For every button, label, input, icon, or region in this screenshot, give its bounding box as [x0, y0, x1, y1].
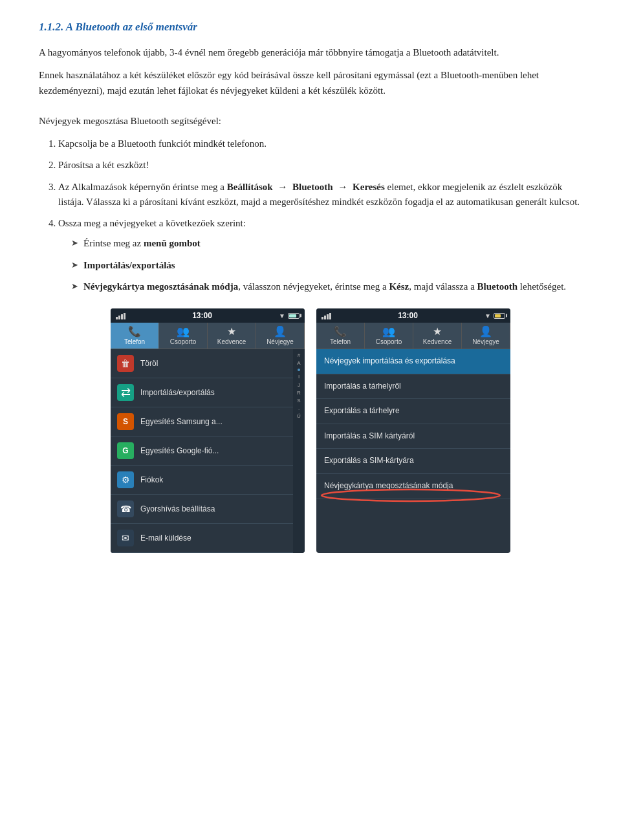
menu-item-email[interactable]: ✉ E-mail küldése	[111, 524, 293, 553]
right-menu-item-import-export[interactable]: Névjegyek importálása és exportálása	[316, 349, 510, 374]
sub-item-3: ➤ Névjegykártya megosztásának módja, vál…	[71, 279, 582, 294]
phones-container: 13:00 ▼ 📞 Telefon 👥 Csoporto ★ Kedvence …	[39, 308, 582, 553]
page-title: 1.1.2. A Bluetooth az első mentsvár	[39, 21, 582, 34]
left-signal-bars	[116, 312, 125, 319]
right-menu-list: Névjegyek importálása és exportálása Imp…	[316, 349, 510, 499]
left-tab-telefon[interactable]: 📞 Telefon	[111, 323, 159, 349]
paragraph-1: A hagyományos telefonok újabb, 3-4 évnél…	[39, 45, 582, 60]
right-menu-item-from-storage[interactable]: Importálás a tárhelyről	[316, 374, 510, 400]
right-time: 13:00	[398, 311, 418, 320]
svg-point-0	[321, 490, 500, 501]
right-tab-nevjegyek[interactable]: 👤 Névjegye	[462, 323, 510, 349]
right-tab-telefon[interactable]: 📞 Telefon	[316, 323, 365, 349]
step-1: Kapcsolja be a Bluetooth funkciót mindké…	[58, 136, 582, 151]
left-tab-csoportok[interactable]: 👥 Csoporto	[159, 323, 208, 349]
menu-item-google[interactable]: G Egyesítés Google-fió...	[111, 436, 293, 466]
sub-item-1: ➤ Érintse meg az menü gombot	[71, 236, 582, 251]
sub-list: ➤ Érintse meg az menü gombot ➤ Importálá…	[71, 236, 582, 294]
alpha-dot	[298, 369, 300, 371]
left-time: 13:00	[192, 311, 212, 320]
samsung-icon: S	[117, 413, 134, 430]
right-tab-csoportok[interactable]: 👥 Csoporto	[365, 323, 413, 349]
right-tab-kedvencek[interactable]: ★ Kedvence	[413, 323, 462, 349]
right-menu-item-to-sim[interactable]: Exportálás a SIM-kártyára	[316, 449, 510, 474]
menu-item-import[interactable]: ⇄ Importálás/exportálás	[111, 378, 293, 407]
right-menu-item-from-sim[interactable]: Importálás a SIM kártyáról	[316, 424, 510, 449]
telefon-icon: 📞	[128, 327, 141, 337]
step-3: Az Alkalmazások képernyőn érintse meg a …	[58, 180, 582, 210]
email-icon: ✉	[117, 530, 134, 546]
arrow-icon-2: ➤	[71, 259, 78, 272]
right-tab-bar: 📞 Telefon 👥 Csoporto ★ Kedvence 👤 Névjeg…	[316, 323, 510, 349]
left-tab-bar: 📞 Telefon 👥 Csoporto ★ Kedvence 👤 Névjeg…	[111, 323, 305, 349]
right-csoportok-icon: 👥	[382, 327, 395, 337]
right-signal-bars	[321, 312, 331, 319]
step-4: Ossza meg a névjegyeket a következőek sz…	[58, 216, 582, 294]
right-battery	[494, 313, 505, 319]
menu-item-fiokok[interactable]: ⚙ Fiókok	[111, 466, 293, 495]
import-icon: ⇄	[117, 384, 134, 401]
left-menu-list: 🗑 Töröl ⇄ Importálás/exportálás S Egyesí…	[111, 349, 293, 553]
menu-item-samsung[interactable]: S Egyesítés Samsung a...	[111, 407, 293, 436]
phone-right: 13:00 ▼ 📞 Telefon 👥 Csoporto ★ Kedvence …	[316, 308, 510, 553]
left-status-bar: 13:00 ▼	[111, 308, 305, 323]
right-nevjegyek-icon: 👤	[479, 327, 492, 337]
left-alpha-sidebar: # A I J R S . Ú	[293, 349, 305, 553]
step-2: Párosítsa a két eszközt!	[58, 158, 582, 173]
left-menu-wrapper: 🗑 Töröl ⇄ Importálás/exportálás S Egyesí…	[111, 349, 305, 553]
left-tab-kedvencek[interactable]: ★ Kedvence	[208, 323, 256, 349]
sub-item-2: ➤ Importálás/exportálás	[71, 258, 582, 273]
left-battery	[288, 313, 300, 319]
arrow-icon-1: ➤	[71, 237, 78, 250]
kedvencek-icon: ★	[227, 327, 236, 337]
left-signal-area	[116, 312, 125, 319]
steps-list: Kapcsolja be a Bluetooth funkciót mindké…	[58, 136, 582, 294]
left-tab-nevjegyek[interactable]: 👤 Névjegye	[256, 323, 305, 349]
csoportok-icon: 👥	[177, 327, 190, 337]
paragraph-2: Ennek használatához a két készüléket elő…	[39, 68, 582, 98]
right-telefon-icon: 📞	[334, 327, 347, 337]
right-kedvencek-icon: ★	[433, 327, 442, 337]
right-status-bar: 13:00 ▼	[316, 308, 510, 323]
menu-item-torol[interactable]: 🗑 Töröl	[111, 349, 293, 378]
gyorshivas-icon: ☎	[117, 501, 134, 517]
right-signal-area	[321, 312, 331, 319]
arrow-icon-3: ➤	[71, 280, 78, 293]
step-3-text: Az Alkalmazások képernyőn érintse meg a …	[58, 182, 580, 207]
phone-left: 13:00 ▼ 📞 Telefon 👥 Csoporto ★ Kedvence …	[111, 308, 305, 553]
right-menu-item-to-storage[interactable]: Exportálás a tárhelyre	[316, 399, 510, 424]
fiokok-icon: ⚙	[117, 471, 134, 488]
section-title: Névjegyek megosztása Bluetooth segítségé…	[39, 114, 582, 129]
right-menu-item-share[interactable]: Névjegykártya megosztásának módja	[316, 474, 510, 499]
menu-item-gyorshivas[interactable]: ☎ Gyorshívás beállítása	[111, 495, 293, 524]
google-icon: G	[117, 442, 134, 459]
nevjegyek-icon: 👤	[274, 327, 287, 337]
torol-icon: 🗑	[117, 355, 134, 372]
